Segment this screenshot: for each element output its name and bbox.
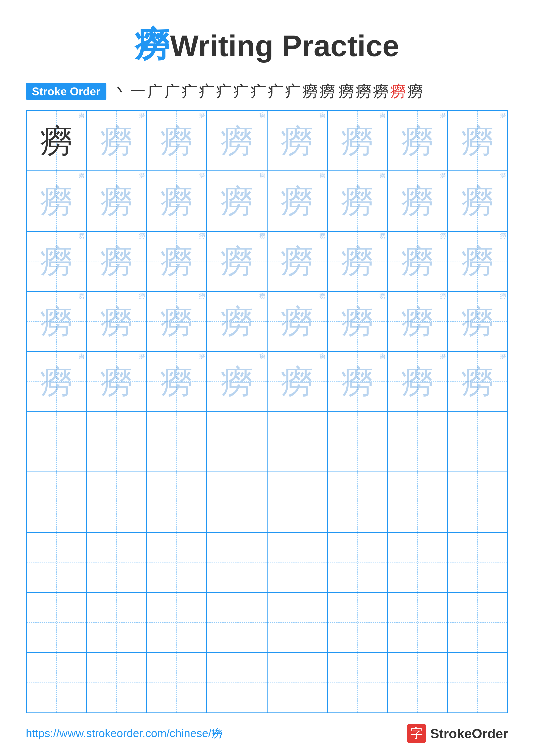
grid-cell-8-6[interactable]	[327, 532, 387, 592]
footer-url[interactable]: https://www.strokeorder.com/chinese/癆	[26, 726, 222, 741]
grid-cell-4-3[interactable]: 癆 癆	[147, 291, 207, 351]
grid-cell-3-5[interactable]: 癆 癆	[267, 231, 327, 291]
grid-cell-6-4[interactable]	[207, 412, 267, 472]
stroke-2: 一	[130, 81, 146, 102]
grid-row-10	[26, 653, 508, 713]
grid-cell-2-7[interactable]: 癆 癆	[387, 171, 447, 231]
stroke-4: 广	[165, 81, 180, 102]
grid-cell-4-5[interactable]: 癆 癆	[267, 291, 327, 351]
grid-cell-5-4[interactable]: 癆 癆	[207, 352, 267, 412]
grid-cell-3-3[interactable]: 癆 癆	[147, 231, 207, 291]
grid-cell-5-2[interactable]: 癆 癆	[87, 352, 146, 412]
grid-cell-10-5[interactable]	[267, 653, 327, 713]
footer-logo-text: StrokeOrder	[430, 726, 508, 741]
grid-cell-6-6[interactable]	[327, 412, 387, 472]
grid-cell-9-5[interactable]	[267, 592, 327, 653]
grid-cell-7-3[interactable]	[147, 472, 207, 532]
stroke-7: 疒	[216, 81, 232, 102]
grid-cell-6-5[interactable]	[267, 412, 327, 472]
grid-cell-1-7[interactable]: 癆 癆	[387, 111, 447, 171]
grid-cell-3-7[interactable]: 癆 癆	[387, 231, 447, 291]
grid-row-4: 癆 癆 癆 癆 癆 癆 癆 癆 癆 癆 癆 癆	[26, 291, 508, 351]
stroke-10: 疒	[268, 81, 284, 102]
grid-cell-3-8[interactable]: 癆 癆	[447, 231, 508, 291]
grid-cell-2-3[interactable]: 癆 癆	[147, 171, 207, 231]
grid-cell-9-3[interactable]	[147, 592, 207, 653]
practice-grid: 癆 癆 癆 癆 癆 癆 癆 癆 癆 癆 癆 癆	[26, 110, 508, 713]
grid-cell-10-8[interactable]	[447, 653, 508, 713]
grid-row-1: 癆 癆 癆 癆 癆 癆 癆 癆 癆 癆 癆 癆	[26, 111, 508, 171]
grid-cell-3-6[interactable]: 癆 癆	[327, 231, 387, 291]
stroke-1: 丶	[113, 81, 128, 102]
grid-cell-3-2[interactable]: 癆 癆	[87, 231, 146, 291]
grid-cell-7-8[interactable]	[447, 472, 508, 532]
grid-cell-6-8[interactable]	[447, 412, 508, 472]
grid-cell-2-6[interactable]: 癆 癆	[327, 171, 387, 231]
grid-cell-2-8[interactable]: 癆 癆	[447, 171, 508, 231]
grid-cell-8-2[interactable]	[87, 532, 146, 592]
grid-cell-1-5[interactable]: 癆 癆	[267, 111, 327, 171]
grid-cell-8-3[interactable]	[147, 532, 207, 592]
grid-cell-4-6[interactable]: 癆 癆	[327, 291, 387, 351]
grid-cell-9-4[interactable]	[207, 592, 267, 653]
grid-cell-2-5[interactable]: 癆 癆	[267, 171, 327, 231]
stroke-11: 疒	[285, 81, 301, 102]
grid-cell-6-3[interactable]	[147, 412, 207, 472]
grid-cell-2-4[interactable]: 癆 癆	[207, 171, 267, 231]
grid-cell-8-8[interactable]	[447, 532, 508, 592]
grid-cell-10-4[interactable]	[207, 653, 267, 713]
grid-row-3: 癆 癆 癆 癆 癆 癆 癆 癆 癆 癆 癆 癆	[26, 231, 508, 291]
grid-cell-3-4[interactable]: 癆 癆	[207, 231, 267, 291]
grid-cell-8-5[interactable]	[267, 532, 327, 592]
grid-cell-6-1[interactable]	[26, 412, 87, 472]
grid-cell-5-8[interactable]: 癆 癆	[447, 352, 508, 412]
grid-cell-1-4[interactable]: 癆 癆	[207, 111, 267, 171]
stroke-8: 疒	[234, 81, 249, 102]
grid-cell-1-2[interactable]: 癆 癆	[87, 111, 146, 171]
grid-cell-1-8[interactable]: 癆 癆	[447, 111, 508, 171]
grid-cell-7-2[interactable]	[87, 472, 146, 532]
grid-cell-5-1[interactable]: 癆 癆	[26, 352, 87, 412]
grid-cell-4-7[interactable]: 癆 癆	[387, 291, 447, 351]
grid-cell-1-3[interactable]: 癆 癆	[147, 111, 207, 171]
grid-cell-9-7[interactable]	[387, 592, 447, 653]
grid-cell-10-1[interactable]	[26, 653, 87, 713]
grid-cell-9-1[interactable]	[26, 592, 87, 653]
grid-cell-4-8[interactable]: 癆 癆	[447, 291, 508, 351]
grid-cell-5-3[interactable]: 癆 癆	[147, 352, 207, 412]
stroke-3: 广	[147, 81, 163, 102]
grid-cell-2-1[interactable]: 癆 癆	[26, 171, 87, 231]
footer-logo: 字 StrokeOrder	[407, 724, 508, 743]
grid-cell-9-8[interactable]	[447, 592, 508, 653]
grid-cell-10-2[interactable]	[87, 653, 146, 713]
grid-cell-10-7[interactable]	[387, 653, 447, 713]
grid-row-9	[26, 592, 508, 653]
grid-cell-8-1[interactable]	[26, 532, 87, 592]
grid-cell-10-3[interactable]	[147, 653, 207, 713]
grid-cell-1-6[interactable]: 癆 癆	[327, 111, 387, 171]
grid-cell-7-7[interactable]	[387, 472, 447, 532]
grid-cell-4-1[interactable]: 癆 癆	[26, 291, 87, 351]
title-text: Writing Practice	[170, 29, 399, 63]
grid-cell-7-1[interactable]	[26, 472, 87, 532]
stroke-16: 癆	[373, 81, 389, 102]
grid-cell-3-1[interactable]: 癆 癆	[26, 231, 87, 291]
grid-cell-10-6[interactable]	[327, 653, 387, 713]
grid-cell-1-1[interactable]: 癆 癆	[26, 111, 87, 171]
grid-cell-4-2[interactable]: 癆 癆	[87, 291, 146, 351]
grid-cell-5-6[interactable]: 癆 癆	[327, 352, 387, 412]
grid-cell-6-2[interactable]	[87, 412, 146, 472]
grid-cell-9-6[interactable]	[327, 592, 387, 653]
grid-cell-7-4[interactable]	[207, 472, 267, 532]
grid-cell-5-5[interactable]: 癆 癆	[267, 352, 327, 412]
grid-cell-8-7[interactable]	[387, 532, 447, 592]
grid-cell-2-2[interactable]: 癆 癆	[87, 171, 146, 231]
grid-cell-8-4[interactable]	[207, 532, 267, 592]
grid-cell-4-4[interactable]: 癆 癆	[207, 291, 267, 351]
grid-cell-9-2[interactable]	[87, 592, 146, 653]
grid-cell-7-6[interactable]	[327, 472, 387, 532]
grid-cell-5-7[interactable]: 癆 癆	[387, 352, 447, 412]
grid-row-6	[26, 412, 508, 472]
grid-cell-7-5[interactable]	[267, 472, 327, 532]
grid-cell-6-7[interactable]	[387, 412, 447, 472]
